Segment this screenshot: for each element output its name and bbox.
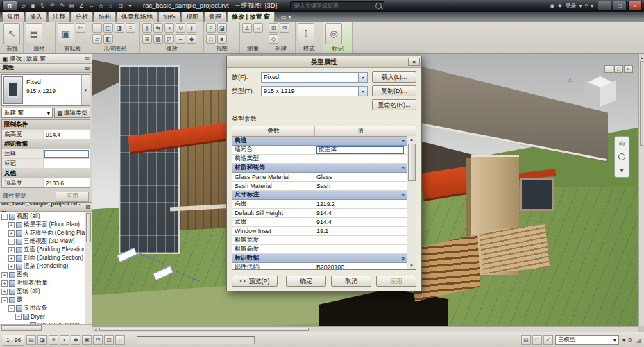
modify-arrow-icon[interactable]: ↖ xyxy=(3,23,20,44)
property-value[interactable]: 914.4 xyxy=(44,130,90,139)
unhide-icon[interactable]: ■ xyxy=(217,34,227,44)
thin-lines-icon[interactable]: ≡ xyxy=(206,23,216,33)
array-icon[interactable]: ▦ xyxy=(153,34,163,44)
scrollbar-thumb[interactable] xyxy=(1,325,42,331)
rename-button[interactable]: 重命名(R)... xyxy=(372,99,416,110)
scrollbar-thumb[interactable] xyxy=(99,328,309,331)
scroll-up-icon[interactable]: ▲ xyxy=(409,136,414,143)
pin-icon[interactable]: ◆ xyxy=(187,34,196,44)
parameter-value[interactable] xyxy=(314,236,407,244)
property-row[interactable]: 标记 xyxy=(2,159,90,169)
collapse-icon[interactable]: − xyxy=(15,314,22,320)
parameter-row[interactable]: Glass Pane MaterialGlass xyxy=(232,173,407,182)
type-selector[interactable]: Fixed 915 x 1219 ▾ xyxy=(1,74,90,106)
tree-item[interactable]: +图例 xyxy=(0,271,85,279)
new-instance-dropdown-icon[interactable]: ▾ xyxy=(47,110,50,117)
tab-analyze[interactable]: 分析 xyxy=(71,12,93,22)
editable-only-icon[interactable]: ✓ xyxy=(543,335,553,345)
load-button[interactable]: 载入(L)... xyxy=(372,71,416,83)
properties-help-link[interactable]: 属性帮助 xyxy=(3,192,26,201)
navbar-dropdown-icon[interactable]: ▾ xyxy=(620,167,623,174)
parameter-value[interactable]: 19.1 xyxy=(314,227,407,235)
dialog-title-bar[interactable]: 类型属性 × xyxy=(227,56,421,68)
viewcube[interactable]: ⌂ xyxy=(578,75,624,121)
split-icon[interactable]: ∦ xyxy=(187,23,196,33)
tree-item[interactable]: +楼层平面 (Floor Plan) xyxy=(0,221,85,229)
edit-type-button[interactable]: ▦ 编辑类型 xyxy=(54,108,90,118)
parameter-group-row[interactable]: 尺寸标注¤ xyxy=(232,191,407,200)
parameter-edit-field[interactable]: 按主体 xyxy=(316,146,404,154)
parameter-value[interactable]: 按主体 xyxy=(314,146,407,154)
design-option-dropdown-icon[interactable]: ▾ xyxy=(613,337,616,344)
collapse-icon[interactable]: − xyxy=(1,214,8,220)
tree-item[interactable]: −视图 (all) xyxy=(0,212,85,221)
expand-icon[interactable]: + xyxy=(8,222,15,228)
parameter-row[interactable]: 墙闭合按主体 xyxy=(232,146,407,155)
worksharing-display-icon[interactable]: ▤ xyxy=(521,335,531,345)
scroll-down-icon[interactable]: ▼ xyxy=(409,262,414,269)
tree-item[interactable]: −族 xyxy=(0,296,85,304)
parameter-row[interactable]: 粗略宽度 xyxy=(232,236,407,245)
mirror-icon[interactable]: ◑ xyxy=(164,23,174,33)
property-row[interactable]: 顶高度2133.6 xyxy=(2,178,90,187)
parameter-group-row[interactable]: 标识数据¤ xyxy=(232,254,407,263)
show-rendering-dialog-icon[interactable]: ◆ xyxy=(71,335,80,345)
tree-item[interactable]: +天花板平面 (Ceiling Plan) xyxy=(0,229,85,237)
shadows-icon[interactable]: ◐ xyxy=(60,335,69,345)
tag-by-category-icon[interactable]: ◇ xyxy=(96,1,105,10)
visibility-icon[interactable]: ◪ xyxy=(217,23,227,33)
scrollbar-thumb[interactable] xyxy=(86,213,91,242)
value-column-header[interactable]: 值 xyxy=(315,126,407,136)
panel-label-select[interactable]: 选择 xyxy=(3,45,21,53)
scroll-left-icon[interactable]: ◀ xyxy=(92,327,99,332)
tree-item[interactable]: +立面 (Building Elevation) xyxy=(0,246,85,254)
close-button[interactable]: × xyxy=(628,1,642,11)
options-close-icon[interactable]: ⊠ xyxy=(85,56,90,62)
design-option-select[interactable]: 主模型 ▾ xyxy=(555,335,619,345)
dialog-close-button[interactable]: × xyxy=(408,58,420,66)
sign-in-label[interactable]: 登录 xyxy=(566,2,577,10)
show-crop-region-icon[interactable]: ⊡ xyxy=(93,335,103,345)
properties-icon[interactable]: ▤ xyxy=(26,23,42,44)
expand-icon[interactable]: + xyxy=(8,264,15,270)
tab-massing-site[interactable]: 体量和场地 xyxy=(117,12,158,22)
selection-filter[interactable]: ▼ 0 xyxy=(621,337,632,344)
parameter-value[interactable]: 1219.2 xyxy=(314,200,407,208)
panel-label-properties[interactable]: 属性 xyxy=(26,45,53,53)
property-row[interactable]: 注释 xyxy=(2,149,90,159)
zoom-icon[interactable] xyxy=(618,153,625,160)
tab-insert[interactable]: 插入 xyxy=(25,12,47,22)
parameter-group-row[interactable]: 材质和装饰¤ xyxy=(232,164,407,173)
aligned-dimension-icon[interactable]: ↔ xyxy=(87,1,96,10)
parameter-row[interactable]: 构造类型 xyxy=(232,155,407,164)
tag-on-placement-icon[interactable]: ◎ xyxy=(325,23,342,44)
panel-label-geometry[interactable]: 几何图形 xyxy=(92,45,137,53)
panel-label-mode[interactable]: 模式 xyxy=(298,45,321,53)
parameter-value[interactable]: Sash xyxy=(314,182,407,190)
expand-icon[interactable]: + xyxy=(1,272,8,278)
crop-view-icon[interactable]: ▣ xyxy=(82,335,92,345)
tab-structure[interactable]: 结构 xyxy=(94,12,116,22)
table-vertical-scrollbar[interactable]: ▲ ▼ xyxy=(407,136,416,269)
collapse-icon[interactable]: − xyxy=(8,305,15,312)
measure-icon[interactable]: ∠ xyxy=(77,1,86,10)
panel-label-create[interactable]: 创建 xyxy=(269,45,293,53)
tree-item[interactable]: +图纸 (all) xyxy=(0,287,85,296)
exclude-options-icon[interactable]: □ xyxy=(532,335,542,345)
sun-path-icon[interactable]: ☀ xyxy=(49,335,58,345)
align-icon[interactable]: ∥ xyxy=(142,23,152,33)
parameter-row[interactable]: 高度1219.2 xyxy=(232,200,407,209)
help-icon[interactable]: ? xyxy=(585,3,588,9)
type-dropdown-icon[interactable]: ▾ xyxy=(358,87,367,96)
legend-component-icon[interactable]: ◇ xyxy=(269,34,278,44)
parameter-row[interactable]: 宽度914.4 xyxy=(232,218,407,227)
view-restore-button[interactable]: □ xyxy=(614,65,623,73)
panel-label-modify[interactable]: 修改 xyxy=(142,45,201,53)
paint-icon[interactable]: ◧ xyxy=(103,34,113,44)
search-icon[interactable] xyxy=(375,3,382,9)
split-face-icon[interactable]: ▱ xyxy=(92,34,102,44)
canvas-vertical-scrollbar[interactable]: ▲ xyxy=(638,54,644,326)
expand-icon[interactable]: + xyxy=(8,247,15,253)
tree-item[interactable]: −Dryer xyxy=(0,312,85,321)
type-selector-dropdown-icon[interactable]: ▾ xyxy=(81,75,90,105)
